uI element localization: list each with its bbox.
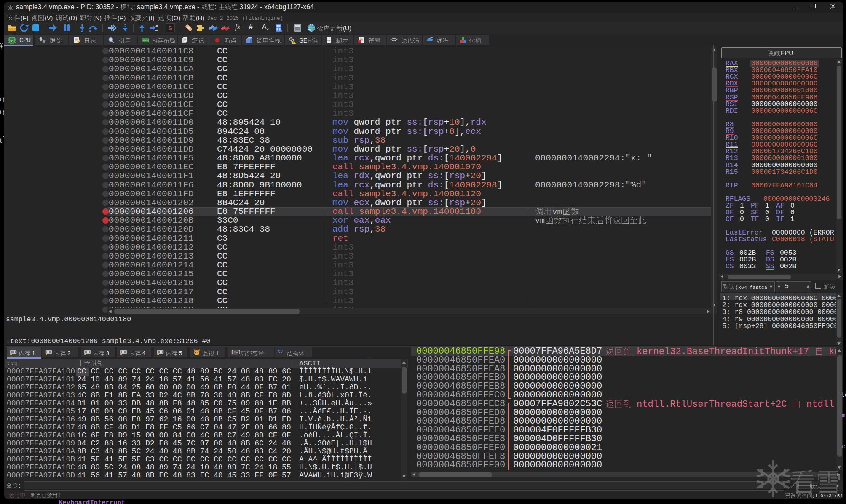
svg-text:64: 64 bbox=[10, 39, 13, 43]
svg-text:!: ! bbox=[293, 41, 294, 44]
svg-text:<>: <> bbox=[327, 39, 330, 42]
